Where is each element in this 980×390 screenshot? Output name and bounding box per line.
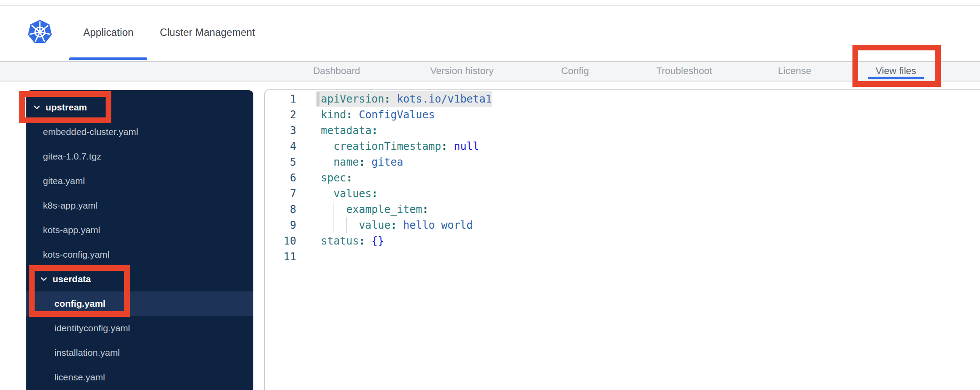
line-number: 4 bbox=[265, 138, 302, 154]
line-number: 2 bbox=[265, 107, 302, 123]
line-number: 10 bbox=[265, 233, 302, 249]
code-line-1: 1apiVersion: kots.io/v1beta1 bbox=[265, 91, 980, 107]
code-text: value: hello world bbox=[321, 217, 473, 233]
nav-tab-dashboard[interactable]: Dashboard bbox=[313, 62, 360, 81]
indent-guide bbox=[321, 217, 334, 233]
line-number: 1 bbox=[265, 91, 302, 107]
line-number: 6 bbox=[265, 170, 302, 186]
tree-file-embedded-cluster-yaml[interactable]: embedded-cluster.yaml bbox=[26, 120, 253, 144]
code-line-2: 2kind: ConfigValues bbox=[265, 107, 980, 123]
nav-tab-version-history[interactable]: Version history bbox=[430, 62, 494, 81]
tree-item-label: kots-app.yaml bbox=[43, 225, 100, 235]
tree-item-label: upstream bbox=[46, 102, 87, 113]
tree-item-label: k8s-app.yaml bbox=[43, 200, 98, 211]
tree-item-label: gitea-1.0.7.tgz bbox=[43, 151, 101, 162]
indent-guide bbox=[346, 217, 359, 233]
tree-file-installation-yaml[interactable]: installation.yaml bbox=[26, 340, 253, 365]
line-number: 5 bbox=[265, 154, 302, 170]
window-top-strip bbox=[0, 0, 980, 6]
tree-file-gitea-yaml[interactable]: gitea.yaml bbox=[26, 169, 253, 193]
tree-file-identityconfig-yaml[interactable]: identityconfig.yaml bbox=[26, 316, 253, 340]
code-text: name: gitea bbox=[321, 154, 403, 170]
tree-file-gitea-1-0-7-tgz[interactable]: gitea-1.0.7.tgz bbox=[26, 144, 253, 169]
tree-item-label: userdata bbox=[53, 274, 91, 284]
tree-file-kots-app-yaml[interactable]: kots-app.yaml bbox=[26, 218, 253, 242]
code-line-6: 6spec: bbox=[265, 170, 980, 186]
code-text: apiVersion: kots.io/v1beta1 bbox=[321, 91, 492, 107]
code-text: values: bbox=[321, 186, 378, 202]
code-line-4: 4creationTimestamp: null bbox=[265, 138, 980, 154]
secondary-nav: DashboardVersion historyConfigTroublesho… bbox=[0, 62, 980, 82]
code-line-7: 7values: bbox=[265, 186, 980, 202]
line-number: 7 bbox=[265, 186, 302, 202]
nav-tab-config[interactable]: Config bbox=[561, 62, 589, 81]
tree-item-label: embedded-cluster.yaml bbox=[43, 127, 138, 137]
tree-folder-upstream[interactable]: upstream bbox=[26, 95, 253, 120]
chevron-down-icon bbox=[39, 274, 49, 284]
nav-tab-view-files[interactable]: View files bbox=[876, 62, 916, 81]
line-number: 11 bbox=[265, 249, 302, 265]
indent-guide bbox=[334, 217, 346, 233]
tree-item-label: config.yaml bbox=[54, 298, 106, 309]
line-number: 8 bbox=[265, 202, 302, 217]
code-line-8: 8example_item: bbox=[265, 202, 980, 217]
line-number: 9 bbox=[265, 217, 302, 233]
code-editor[interactable]: 1apiVersion: kots.io/v1beta12kind: Confi… bbox=[264, 89, 980, 390]
file-tree-sidebar: upstreamembedded-cluster.yamlgitea-1.0.7… bbox=[26, 90, 253, 390]
tree-item-label: gitea.yaml bbox=[43, 176, 85, 186]
tree-item-label: kots-config.yaml bbox=[43, 249, 110, 260]
nav-tab-troubleshoot[interactable]: Troubleshoot bbox=[656, 62, 712, 81]
chevron-down-icon bbox=[32, 103, 42, 112]
tree-item-label: license.yaml bbox=[54, 372, 105, 383]
tree-folder-userdata[interactable]: userdata bbox=[26, 267, 253, 291]
header-tab-bar: ApplicationCluster Management bbox=[83, 6, 255, 61]
indent-guide bbox=[321, 138, 334, 154]
indent-guide bbox=[321, 186, 334, 202]
code-line-11: 11 bbox=[265, 249, 980, 265]
code-text: example_item: bbox=[321, 202, 429, 217]
code-text: status: {} bbox=[321, 233, 384, 249]
tree-item-label: installation.yaml bbox=[54, 347, 120, 358]
app-header: ApplicationCluster Management bbox=[0, 6, 980, 62]
header-tab-cluster-management[interactable]: Cluster Management bbox=[160, 6, 255, 61]
code-line-9: 9value: hello world bbox=[265, 217, 980, 233]
code-line-10: 10status: {} bbox=[265, 233, 980, 249]
header-tab-application[interactable]: Application bbox=[83, 6, 134, 61]
code-text: kind: ConfigValues bbox=[321, 107, 435, 123]
code-lines: 1apiVersion: kots.io/v1beta12kind: Confi… bbox=[265, 91, 980, 265]
indent-guide bbox=[321, 154, 334, 170]
indent-guide bbox=[334, 202, 346, 217]
tree-file-kots-config-yaml[interactable]: kots-config.yaml bbox=[26, 242, 253, 267]
tree-item-label: identityconfig.yaml bbox=[54, 323, 130, 333]
indent-guide bbox=[321, 202, 334, 217]
code-line-3: 3metadata: bbox=[265, 123, 980, 138]
tree-file-config-yaml[interactable]: config.yaml bbox=[26, 291, 253, 316]
code-text: spec: bbox=[321, 170, 352, 186]
kubernetes-logo-icon bbox=[27, 18, 53, 46]
code-line-5: 5name: gitea bbox=[265, 154, 980, 170]
code-text: creationTimestamp: null bbox=[321, 138, 479, 154]
tree-file-license-yaml[interactable]: license.yaml bbox=[26, 365, 253, 390]
line-number: 3 bbox=[265, 123, 302, 138]
code-text: metadata: bbox=[321, 123, 378, 138]
nav-tab-license[interactable]: License bbox=[778, 62, 811, 81]
tree-file-k8s-app-yaml[interactable]: k8s-app.yaml bbox=[26, 193, 253, 218]
